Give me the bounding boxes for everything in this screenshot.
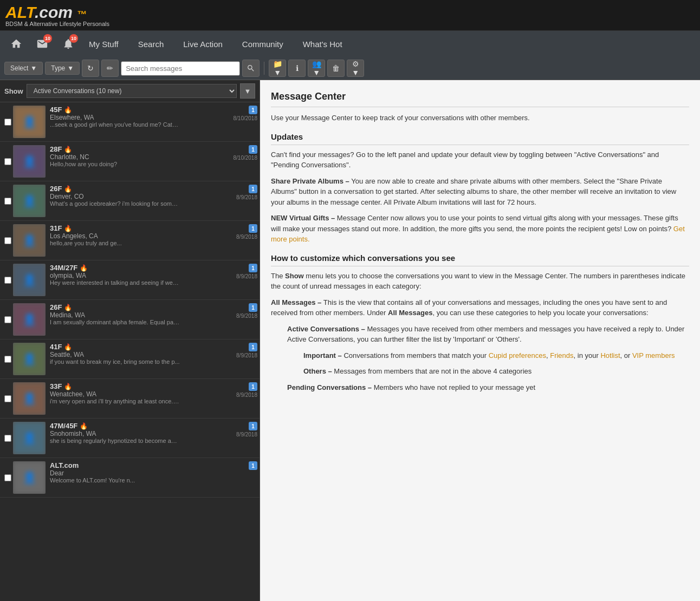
cupid-link[interactable]: Cupid preferences: [489, 351, 546, 360]
message-item[interactable]: 👤 26F 🔥 Medina, WA I am sexually dominan…: [0, 300, 260, 339]
logo-text: ALT.com: [5, 3, 73, 21]
msg-meta-5: 1 8/9/2018: [230, 303, 257, 336]
hotlist-link[interactable]: Hotlist: [600, 351, 620, 360]
msg-location-6: Seattle, WA: [50, 351, 230, 358]
msg-content-1: 28F 🔥 Charlotte, NC Hello,how are you do…: [50, 145, 230, 178]
msg-content-2: 26F 🔥 Denver, CO What's a good icebreake…: [50, 185, 230, 217]
msg-date-5: 8/9/2018: [236, 313, 257, 319]
msg-avatar-7: 👤: [13, 382, 46, 415]
separator-1: [264, 62, 264, 75]
message-item[interactable]: 👤 ALT.com Dear Welcome to ALT.com! You'r…: [0, 458, 260, 498]
show-dropdown-arrow[interactable]: ▼: [240, 83, 255, 99]
nav-liveaction[interactable]: Live Action: [173, 31, 232, 57]
msg-checkbox-3[interactable]: [2, 224, 13, 257]
msg-avatar-3: 👤: [13, 224, 46, 257]
gifts-text: NEW Virtual Gifts – Message Center now a…: [271, 213, 689, 245]
friends-link[interactable]: Friends: [550, 351, 573, 360]
msg-checkbox-4[interactable]: [2, 264, 13, 296]
msg-preview-3: hello,are you truly and ge...: [50, 240, 180, 246]
gear-button[interactable]: ⚙ ▼: [347, 60, 364, 77]
msg-content-4: 34M/27F 🔥 olympia, WA Hey were intereste…: [50, 264, 230, 296]
pending-block: Pending Conversations – Members who have…: [287, 382, 689, 393]
select-button[interactable]: Select ▼: [4, 62, 43, 75]
msg-unread-6: 1: [249, 343, 257, 351]
msg-checkbox-0[interactable]: [2, 106, 13, 138]
msg-name-6: 41F: [50, 343, 62, 351]
msg-name-2: 26F: [50, 185, 62, 193]
show-label: Show: [4, 87, 23, 95]
home-icon[interactable]: [5, 33, 27, 55]
important-text: Important – Conversations from members t…: [303, 350, 689, 361]
compose-button[interactable]: ✏: [101, 60, 119, 77]
msg-name-7: 33F: [50, 382, 62, 390]
refresh-button[interactable]: ↻: [82, 60, 99, 77]
msg-preview-7: i'm very open and i'll try anything at l…: [50, 398, 180, 404]
search-input[interactable]: [121, 61, 240, 76]
message-item[interactable]: 👤 47M/45F 🔥 Snohomish, WA she is being r…: [0, 419, 260, 458]
nav-mystuff[interactable]: My Stuff: [79, 31, 128, 57]
msg-header-4: 34M/27F 🔥: [50, 264, 230, 272]
msg-checkbox-9[interactable]: [2, 461, 13, 494]
msg-name-9: ALT.com: [50, 461, 79, 469]
message-item[interactable]: 👤 26F 🔥 Denver, CO What's a good icebrea…: [0, 181, 260, 221]
msg-content-6: 41F 🔥 Seattle, WA if you want to break m…: [50, 343, 230, 375]
msg-date-2: 8/9/2018: [236, 194, 257, 200]
vip-link[interactable]: VIP members: [632, 351, 675, 360]
nav-whatshot[interactable]: What's Hot: [293, 31, 352, 57]
msg-checkbox-6[interactable]: [2, 343, 13, 375]
msg-date-4: 8/9/2018: [236, 273, 257, 279]
msg-checkbox-1[interactable]: [2, 145, 13, 178]
trash-button[interactable]: 🗑: [327, 60, 345, 77]
pending-text: Pending Conversations – Members who have…: [287, 382, 689, 393]
nav-search[interactable]: Search: [128, 31, 174, 57]
msg-unread-5: 1: [249, 303, 257, 312]
message-item[interactable]: 👤 41F 🔥 Seattle, WA if you want to break…: [0, 339, 260, 379]
msg-meta-6: 1 8/9/2018: [230, 343, 257, 375]
message-center-title: Message Center: [271, 91, 689, 107]
msg-header-8: 47M/45F 🔥: [50, 422, 230, 430]
msg-avatar-0: 👤: [13, 106, 46, 138]
message-item[interactable]: 👤 34M/27F 🔥 olympia, WA Hey were interes…: [0, 260, 260, 300]
msg-checkbox-8[interactable]: [2, 422, 13, 454]
message-item[interactable]: 👤 45F 🔥 Elsewhere, WA ...seek a good gir…: [0, 102, 260, 142]
msg-date-1: 8/10/2018: [234, 155, 258, 161]
people-button[interactable]: 👥 ▼: [308, 60, 325, 77]
msg-header-9: ALT.com: [50, 461, 230, 469]
customize-text: The Show menu lets you to choose the con…: [271, 271, 689, 292]
fire-icon-7: 🔥: [64, 383, 72, 390]
msg-name-4: 34M/27F: [50, 264, 77, 272]
folder-button[interactable]: 📁 ▼: [269, 60, 286, 77]
gifts-bold: NEW Virtual Gifts –: [271, 214, 337, 222]
type-button[interactable]: Type ▼: [45, 62, 80, 75]
msg-meta-1: 1 8/10/2018: [230, 145, 257, 178]
msg-header-7: 33F 🔥: [50, 382, 230, 390]
message-item[interactable]: 👤 33F 🔥 Wenatchee, WA i'm very open and …: [0, 379, 260, 419]
info-button[interactable]: ℹ: [288, 60, 306, 77]
msg-location-8: Snohomish, WA: [50, 430, 230, 437]
nav-community[interactable]: Community: [232, 31, 293, 57]
msg-unread-1: 1: [249, 145, 257, 154]
msg-content-7: 33F 🔥 Wenatchee, WA i'm very open and i'…: [50, 382, 230, 415]
updates-heading: Updates: [271, 132, 689, 145]
msg-checkbox-5[interactable]: [2, 303, 13, 336]
msg-avatar-1: 👤: [13, 145, 46, 178]
msg-location-2: Denver, CO: [50, 193, 230, 200]
left-panel: Show Active Conversations (10 new) ▼ 👤 4…: [0, 80, 260, 601]
show-select[interactable]: Active Conversations (10 new): [27, 84, 237, 98]
msg-avatar-4: 👤: [13, 264, 46, 296]
msg-checkbox-7[interactable]: [2, 382, 13, 415]
msg-unread-7: 1: [249, 382, 257, 391]
msg-checkbox-2[interactable]: [2, 185, 13, 217]
message-item[interactable]: 👤 31F 🔥 Los Angeles, CA hello,are you tr…: [0, 221, 260, 260]
msg-meta-8: 1 8/9/2018: [230, 422, 257, 454]
msg-date-7: 8/9/2018: [236, 392, 257, 398]
all-messages-bold: All Messages –: [271, 298, 323, 306]
msg-avatar-2: 👤: [13, 185, 46, 217]
main-content: Show Active Conversations (10 new) ▼ 👤 4…: [0, 80, 700, 601]
fire-icon-4: 🔥: [80, 264, 88, 272]
bell-icon[interactable]: 10: [57, 33, 79, 55]
mail-icon[interactable]: 10: [31, 33, 53, 55]
message-item[interactable]: 👤 28F 🔥 Charlotte, NC Hello,how are you …: [0, 142, 260, 181]
search-button[interactable]: [242, 60, 260, 77]
msg-meta-9: 1: [230, 461, 257, 494]
